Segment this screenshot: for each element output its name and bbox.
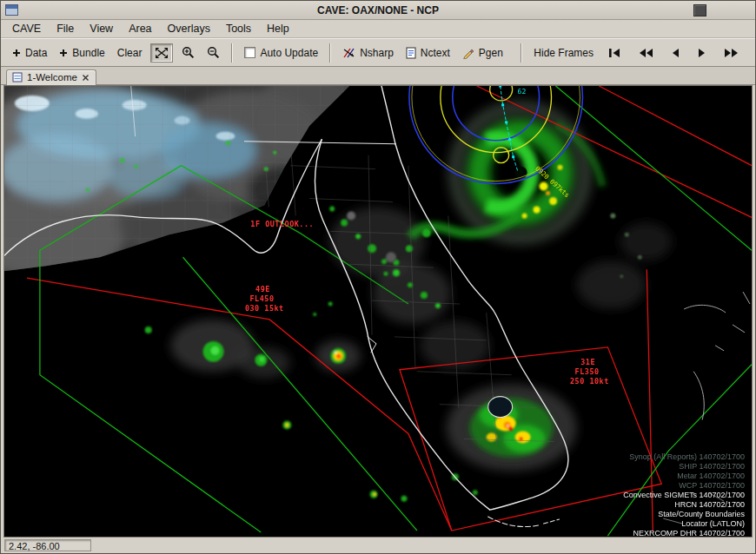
pgen-button-label: Pgen [479,47,503,59]
step-forward-icon [697,48,707,58]
expand-arrows-icon [155,47,169,59]
plus-icon [59,49,68,57]
frame-navigation [607,46,741,60]
data-button-label: Data [25,47,47,59]
step-forward-button[interactable] [695,46,709,60]
titlebar: CAVE: OAX/NONE - NCP [1,1,755,20]
fit-to-screen-button[interactable] [150,43,173,63]
track-id-label: 62 [518,88,527,96]
legend-item-ship[interactable]: SHIP 140702/1700 [679,462,745,471]
step-back-button[interactable] [668,46,682,60]
editor-tabbar: 1-Welcome [1,67,755,85]
map-view: 62 1F OUTLOOK... 49E FL450 030 15kt 31E … [3,85,753,538]
legend-item-locator[interactable]: Locator (LATLON) [681,519,745,528]
skip-first-icon [608,48,621,58]
map-canvas[interactable]: 62 1F OUTLOOK... 49E FL450 030 15kt 31E … [4,86,752,537]
nsharp-icon [342,47,355,59]
window-control-button[interactable] [693,4,706,16]
hide-frames-button[interactable]: Hide Frames [527,43,600,63]
cave-window: CAVE: OAX/NONE - NCP CAVE File View Area… [0,0,756,554]
zoom-out-button[interactable] [201,43,226,63]
first-frame-button[interactable] [607,46,623,60]
zoom-in-button[interactable] [176,43,201,63]
legend-item-synop[interactable]: Synop (All Reports) 140702/1700 [629,452,745,461]
toolbar-separator [231,43,233,63]
window-icon[interactable] [5,4,18,16]
rewind-button[interactable] [636,46,655,60]
data-button[interactable]: Data [6,43,53,63]
legend-item-state-county[interactable]: State/County Boundaries [658,510,745,518]
auto-update-label: Auto Update [260,47,318,59]
nctext-button[interactable]: Nctext [400,43,456,63]
legend-item-metar[interactable]: Metar 140702/1700 [677,472,745,480]
legend-item-convective-sigmets[interactable]: Convective SIGMETs 140702/1700 [623,491,745,499]
menu-area[interactable]: Area [121,21,159,36]
clear-button[interactable]: Clear [111,43,149,63]
pencil-icon [462,47,474,59]
toolbar-separator [329,43,331,63]
legend-item-wcp[interactable]: WCP 140702/1700 [679,481,745,490]
close-icon [82,74,90,82]
legend-item-nexrcomp[interactable]: NEXRCOMP DHR 140702/1700 [633,529,745,537]
nsharp-button-label: Nsharp [360,47,394,59]
nsharp-button[interactable]: Nsharp [336,43,400,63]
menu-help[interactable]: Help [259,21,297,36]
fast-forward-icon [724,48,739,58]
tab-welcome-label: 1-Welcome [27,72,77,82]
auto-update-toggle[interactable]: Auto Update [238,43,324,63]
legend-item-hrcn[interactable]: HRCN 140702/1700 [674,500,745,509]
nctext-icon [406,47,416,59]
toolbar: Data Bundle Clear [1,38,755,67]
fast-forward-button[interactable] [722,46,741,60]
hide-frames-label: Hide Frames [534,47,594,59]
plus-icon [12,49,21,57]
auto-update-checkbox[interactable] [244,47,255,58]
bundle-button[interactable]: Bundle [53,43,110,63]
map-editor-icon [12,72,23,82]
nctext-button-label: Nctext [421,47,450,59]
zoom-in-icon [182,46,195,59]
zoom-out-icon [207,46,220,59]
rewind-icon [638,48,653,58]
menu-tools[interactable]: Tools [218,21,259,36]
outlook-label: 1F OUTLOOK... [250,220,314,228]
step-back-icon [670,48,680,58]
cursor-coordinates: 2.42, -86.00 [4,539,91,551]
toolbar-separator [521,43,522,63]
menubar: CAVE File View Area Overlays Tools Help [1,20,755,38]
window-title: CAVE: OAX/NONE - NCP [1,4,755,16]
tab-close-button[interactable] [82,74,90,82]
bundle-button-label: Bundle [72,47,104,59]
menu-overlays[interactable]: Overlays [160,21,218,36]
menu-view[interactable]: View [82,21,121,36]
menu-file[interactable]: File [49,21,82,36]
menu-cave[interactable]: CAVE [4,21,49,36]
tab-welcome[interactable]: 1-Welcome [6,69,96,85]
window-icon-stripe [6,5,17,9]
pgen-button[interactable]: Pgen [456,43,509,63]
clear-button-label: Clear [117,47,143,59]
statusbar: 2.42, -86.00 [1,538,755,553]
